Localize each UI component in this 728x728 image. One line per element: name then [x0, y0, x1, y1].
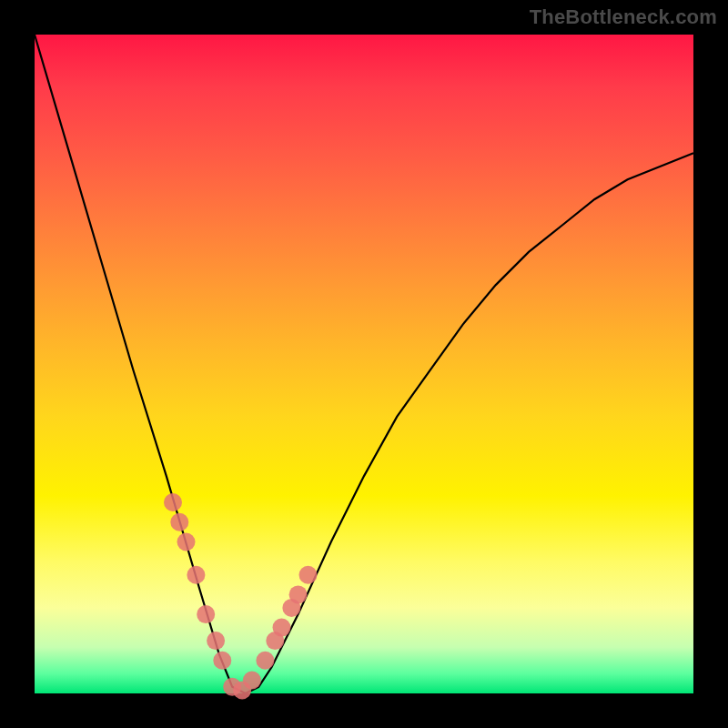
marker-dot — [164, 493, 182, 511]
marker-dot — [207, 632, 225, 650]
marker-dot — [299, 566, 318, 584]
marker-dot — [197, 605, 215, 623]
marker-dot — [256, 652, 274, 670]
marker-group — [164, 493, 318, 699]
marker-dot — [177, 533, 196, 551]
marker-dot — [213, 652, 231, 670]
bottleneck-curve — [35, 35, 693, 693]
chart-frame: TheBottleneck.com — [0, 0, 728, 728]
marker-dot — [289, 585, 308, 603]
marker-dot — [170, 513, 188, 531]
marker-dot — [273, 619, 291, 637]
marker-dot — [243, 672, 261, 690]
watermark-text: TheBottleneck.com — [530, 5, 717, 29]
marker-dot — [187, 566, 205, 584]
chart-overlay — [35, 35, 693, 693]
